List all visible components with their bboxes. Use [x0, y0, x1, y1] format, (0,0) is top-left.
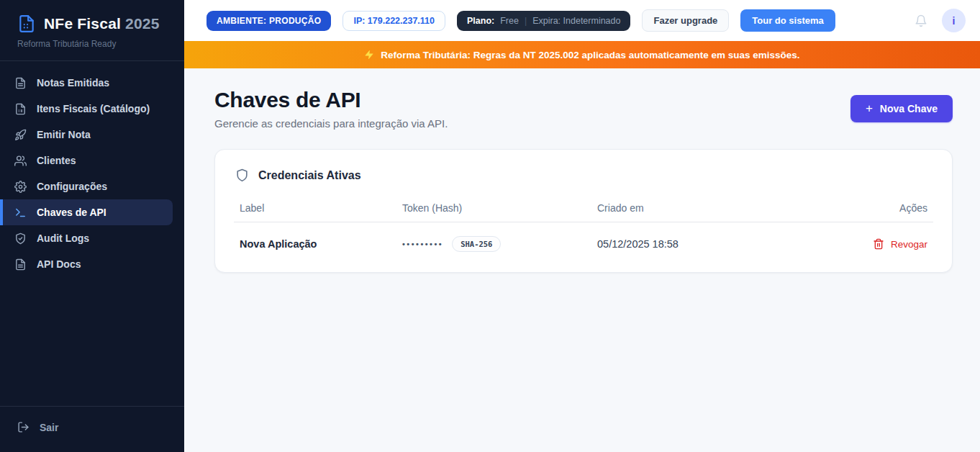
column-header-token: Token (Hash): [402, 202, 597, 214]
sidebar-item-itens-fiscais[interactable]: Itens Fiscais (Catálogo): [0, 96, 184, 122]
credentials-table: Label Token (Hash) Criado em Ações Nova …: [215, 194, 952, 272]
sidebar-item-clientes[interactable]: Clientes: [0, 148, 184, 173]
revoke-label: Revogar: [891, 239, 927, 250]
tour-button[interactable]: Tour do sistema: [740, 9, 835, 32]
revoke-button[interactable]: Revogar: [841, 238, 927, 250]
notification-bell-icon[interactable]: [915, 14, 927, 27]
rocket-icon: [14, 129, 27, 141]
sidebar: NFe Fiscal 2025 Reforma Tributária Ready…: [0, 0, 184, 452]
credential-created-at: 05/12/2025 18:58: [597, 238, 841, 250]
catalog-document-icon: [14, 103, 27, 115]
sidebar-nav: Notas Emitidas Itens Fiscais (Catálogo) …: [0, 61, 184, 406]
ip-badge: IP: 179.222.237.110: [342, 11, 445, 31]
table-row: Nova Aplicação ••••••••• SHA-256 05/12/2…: [234, 222, 933, 256]
sidebar-item-label: Emitir Nota: [37, 129, 91, 140]
sidebar-footer: Sair: [0, 406, 184, 452]
shield-check-icon: [14, 232, 27, 245]
column-header-created: Criado em: [597, 202, 841, 214]
sidebar-item-label: Itens Fiscais (Catálogo): [37, 103, 150, 114]
announcement-banner: Reforma Tributária: Regras da NT 2025.00…: [184, 41, 980, 68]
plan-expiry: Expira: Indeterminado: [532, 16, 620, 26]
table-header-row: Label Token (Hash) Criado em Ações: [234, 194, 933, 222]
card-header: Credenciais Ativas: [215, 150, 952, 194]
page-subtitle: Gerencie as credenciais para integração …: [214, 117, 448, 130]
plan-value: Free: [500, 16, 519, 26]
banner-text: Reforma Tributária: Regras da NT 2025.00…: [381, 50, 799, 60]
logout-icon: [17, 421, 30, 433]
plan-badge: Plano: Free | Expira: Indeterminado: [457, 11, 630, 31]
plan-label: Plano:: [467, 16, 494, 26]
user-avatar[interactable]: i: [942, 9, 966, 32]
column-header-label: Label: [240, 202, 402, 214]
main-area: AMBIENTE: PRODUÇÃO IP: 179.222.237.110 P…: [184, 0, 980, 452]
app-subtitle: Reforma Tributária Ready: [17, 39, 167, 49]
new-key-button-label: Nova Chave: [880, 103, 938, 114]
sidebar-item-label: Chaves de API: [37, 207, 106, 218]
page-header: Chaves de API Gerencie as credenciais pa…: [214, 88, 953, 130]
sidebar-item-label: Notas Emitidas: [37, 77, 109, 89]
logout-button[interactable]: Sair: [17, 421, 167, 433]
topbar: AMBIENTE: PRODUÇÃO IP: 179.222.237.110 P…: [184, 0, 980, 41]
lightning-bolt-icon: [364, 50, 374, 60]
sidebar-item-emitir-nota[interactable]: Emitir Nota: [0, 122, 184, 148]
terminal-icon: [14, 207, 27, 219]
sidebar-item-api-docs[interactable]: API Docs: [0, 251, 184, 277]
plus-icon: +: [866, 101, 873, 116]
sidebar-item-label: Configurações: [37, 181, 107, 192]
users-icon: [14, 155, 27, 167]
card-title: Credenciais Ativas: [258, 169, 361, 182]
sidebar-item-label: Audit Logs: [37, 232, 89, 244]
environment-badge: AMBIENTE: PRODUÇÃO: [207, 11, 331, 31]
credentials-card: Credenciais Ativas Label Token (Hash) Cr…: [214, 149, 953, 273]
gear-icon: [14, 181, 27, 193]
page-title: Chaves de API: [214, 88, 448, 112]
content: Chaves de API Gerencie as credenciais pa…: [184, 68, 980, 452]
sidebar-item-label: API Docs: [37, 258, 81, 270]
logo-block: NFe Fiscal 2025 Reforma Tributária Ready: [0, 0, 184, 61]
trash-icon: [873, 238, 884, 250]
document-icon: [14, 77, 27, 89]
sidebar-item-configuracoes[interactable]: Configurações: [0, 173, 184, 199]
upgrade-button[interactable]: Fazer upgrade: [642, 9, 729, 32]
app-title-year: 2025: [125, 15, 160, 32]
shield-icon: [235, 168, 249, 182]
sidebar-item-notas-emitidas[interactable]: Notas Emitidas: [0, 70, 184, 96]
app-logo-document-icon: [17, 14, 36, 33]
document-icon: [14, 258, 27, 271]
logout-label: Sair: [40, 422, 58, 433]
sidebar-item-label: Clientes: [37, 155, 76, 166]
sidebar-item-chaves-de-api[interactable]: Chaves de API: [0, 199, 173, 225]
credential-label: Nova Aplicação: [240, 238, 402, 250]
credential-token-cell: ••••••••• SHA-256: [402, 236, 597, 252]
app-title: NFe Fiscal 2025: [44, 15, 160, 32]
new-key-button[interactable]: + Nova Chave: [850, 95, 953, 122]
topbar-right: i: [915, 9, 966, 32]
column-header-actions: Ações: [841, 202, 927, 214]
token-mask: •••••••••: [402, 240, 443, 248]
plan-divider: |: [525, 16, 527, 26]
hash-algorithm-badge: SHA-256: [452, 236, 501, 252]
sidebar-item-audit-logs[interactable]: Audit Logs: [0, 225, 184, 251]
